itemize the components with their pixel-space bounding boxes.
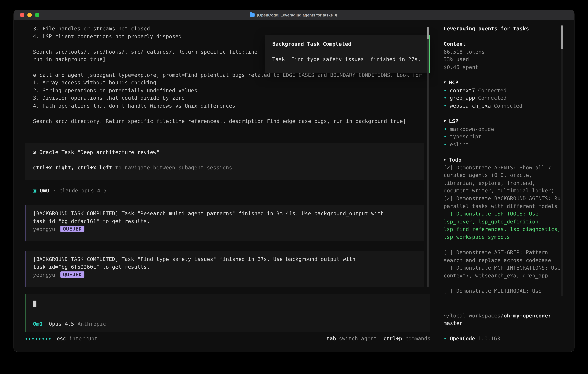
version-number: 1.0.163 [478, 335, 500, 343]
active-model: Opus 4.5 [49, 320, 74, 328]
todo-item: [✓] Demonstrate BACKGROUND AGENTS: Run p… [444, 195, 567, 210]
status-bar: esc interrupt tab switch agent ctrl+p co… [25, 335, 430, 343]
bullet-icon: • [444, 86, 447, 94]
hint-text: to navigate between subagent sessions [115, 165, 232, 170]
bullet-icon: • [444, 125, 447, 133]
ctrlp-key: ctrl+p [383, 335, 402, 343]
text-cursor [33, 301, 36, 307]
message-meta: yeongyu QUEUED [33, 271, 424, 279]
terminal-window: [OpenCode] Leveraging agents for tasks ◐… [14, 10, 574, 352]
bullet-icon: • [444, 335, 447, 343]
target-icon: ◉ [33, 149, 36, 155]
message-text: [BACKGROUND TASK COMPLETED] Task "Find t… [33, 255, 424, 263]
separator-dot: · [53, 187, 56, 194]
agent-model: claude-opus-4-5 [59, 187, 107, 194]
tab-key: tab [326, 335, 336, 343]
window-title-text: [OpenCode] Leveraging agents for tasks [257, 11, 333, 19]
tab-label: switch agent [339, 335, 377, 343]
conversation-scrollbar[interactable] [427, 27, 429, 287]
session-title: Leveraging agents for tasks [444, 25, 567, 32]
oracle-task-panel: ◉ Oracle Task "Deep architecture review"… [25, 143, 424, 180]
window-body: 3. File handles or streams not closed 4.… [14, 20, 574, 352]
output-line: 1. Array access without bounds checking [33, 79, 438, 86]
section-todo[interactable]: ▼ Todo [444, 156, 567, 164]
todo-item: [ ] Demonstrate MCP INTEGRATIONS: Use co… [444, 264, 567, 280]
sidebar-footer: ~/local-workspaces/oh-my-opencode: maste… [444, 312, 567, 343]
desktop: [OpenCode] Leveraging agents for tasks ◐… [0, 0, 588, 374]
esc-key: esc [57, 335, 66, 343]
context-spent: $0.46 spent [444, 63, 567, 71]
context-used: 33% used [444, 56, 567, 63]
agent-square-icon: ▣ [33, 187, 36, 194]
message-text: task_id="bg_dcfac161" to get results. [33, 217, 424, 225]
window-title: [OpenCode] Leveraging agents for tasks ◐ [250, 11, 338, 19]
model-provider: Anthropic [78, 320, 106, 328]
folder-icon [250, 13, 255, 17]
repo-name: oh-my-opencode: [504, 312, 551, 319]
chevron-down-icon: ▼ [444, 117, 446, 125]
active-agent: OmO [33, 320, 42, 328]
status-badge: QUEUED [60, 271, 84, 278]
message-text: task_id="bg_6f59260c" to get results. [33, 263, 424, 271]
progress-circle-icon: ◐ [335, 11, 338, 19]
zoom-button[interactable] [35, 13, 39, 17]
scrollbar-thumb[interactable] [561, 25, 563, 49]
workspace-path: ~/local-workspaces/oh-my-opencode: [444, 312, 567, 319]
commands-hint: ctrl+p commands [383, 335, 430, 343]
mcp-item: • grep_app Connected [444, 94, 567, 102]
oracle-task-title: ◉ Oracle Task "Deep architecture review" [33, 148, 424, 156]
bullet-icon: • [444, 133, 447, 140]
message-text: [BACKGROUND TASK COMPLETED] Task "Resear… [33, 210, 424, 217]
status-bar-right: tab switch agent ctrl+p commands [326, 335, 430, 343]
chat-pane: 3. File handles or streams not closed 4.… [14, 20, 438, 352]
titlebar[interactable]: [OpenCode] Leveraging agents for tasks ◐ [14, 10, 574, 20]
esc-hint: esc interrupt [57, 335, 97, 343]
output-line: Search src/ directory. Return specific f… [33, 117, 438, 125]
input-footer: OmO Opus 4.5 Anthropic [33, 320, 106, 328]
minimize-button[interactable] [27, 13, 32, 17]
mcp-status: Connected [494, 102, 522, 110]
app-version: • OpenCode 1.0.163 [444, 335, 567, 343]
todo-item: [✓] Demonstrate AGENTS: Show all 7 curat… [444, 164, 567, 195]
esc-label: interrupt [69, 335, 98, 343]
hint-keys: ctrl+x right, ctrl+x left [33, 165, 112, 170]
mcp-status: Connected [478, 94, 506, 102]
todo-item: [ ] Demonstrate AST-GREP: Pattern search… [444, 249, 567, 264]
session-sidebar[interactable]: Leveraging agents for tasks Context 66,5… [438, 20, 574, 352]
output-line: 3. Division operations that could divide… [33, 94, 438, 102]
bullet-icon: • [444, 141, 447, 148]
section-lsp[interactable]: ▼ LSP [444, 117, 567, 125]
output-line: 4. Path operations that don't handle Win… [33, 102, 438, 110]
mcp-item: • websearch_exa Connected [444, 102, 567, 110]
chevron-down-icon: ▼ [444, 156, 446, 164]
lsp-item: • typescript [444, 133, 567, 140]
prompt-input[interactable]: OmO Opus 4.5 Anthropic [25, 294, 430, 332]
agent-name: OmO [40, 187, 49, 194]
toast-body: Task "Find type safety issues" finished … [272, 55, 429, 63]
message-author: yeongyu [33, 225, 55, 233]
lsp-item: • eslint [444, 141, 567, 148]
tool-name: call_omo_agent [39, 72, 84, 78]
agent-header: ▣ OmO · claude-opus-4-5 [33, 187, 438, 194]
background-task-message: [BACKGROUND TASK COMPLETED] Task "Resear… [25, 205, 424, 241]
spinner-dots-icon [25, 338, 51, 339]
gear-icon: ⚙ [33, 72, 36, 78]
close-button[interactable] [20, 13, 24, 17]
app-name: OpenCode [450, 335, 475, 343]
section-mcp[interactable]: ▼ MCP [444, 79, 567, 86]
tab-hint: tab switch agent [326, 335, 377, 343]
message-meta: yeongyu QUEUED [33, 225, 424, 233]
scrollbar-thumb[interactable] [427, 27, 429, 39]
status-badge: QUEUED [60, 226, 84, 232]
ctrlp-label: commands [405, 335, 430, 343]
bullet-icon: • [444, 94, 447, 102]
chevron-down-icon: ▼ [444, 79, 446, 86]
background-task-toast: Background Task Completed Task "Find typ… [265, 35, 430, 73]
output-line: 3. File handles or streams not closed [33, 25, 438, 32]
sidebar-scrollbar[interactable] [561, 25, 563, 296]
subagent-nav-hint: ctrl+x right, ctrl+x left to navigate be… [33, 164, 424, 171]
todo-item-active: [ ] Demonstrate LSP TOOLS: Use lsp_hover… [444, 210, 567, 241]
window-controls [20, 10, 39, 20]
message-author: yeongyu [33, 271, 55, 279]
toast-title: Background Task Completed [272, 40, 429, 48]
